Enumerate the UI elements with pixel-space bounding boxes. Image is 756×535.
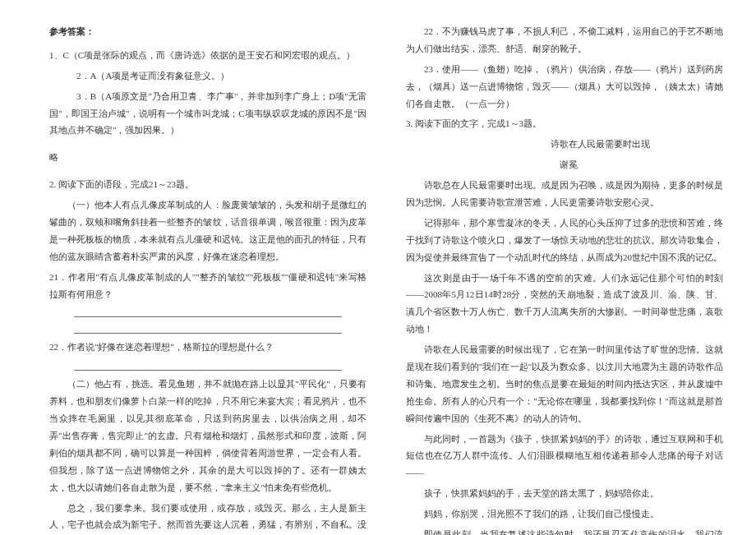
text-para-3: 这次则是由于一场千年不遇的空前的灾难。人们永远记住那个可怕的时刻——2008年5…: [406, 270, 723, 339]
passage-2: （二）他占有，挑选。看见鱼翅，并不就抛在路上以显其"平民化"，只要有养料，也和朋…: [49, 376, 366, 496]
left-column: 参考答案： 1、C（C项是张际的观点，而《唐诗选》依据的是王安石和冈宏瑕的观点。…: [49, 23, 366, 535]
text-para-4: 诗歌在人民最需要的时候出现了，它在第一时间里传达了旷世的悲情。这就是现在我们看到…: [406, 341, 723, 427]
poem-title: 诗歌在人民最需要时出现: [406, 136, 723, 153]
answer-label: 参考答案：: [49, 23, 366, 40]
answer-3: 3．B（A项原文是"乃合用卫青、李广事"，并非加到李广身上；D项"无雷国"，即国…: [49, 88, 366, 140]
blank-line: [74, 359, 342, 371]
answer-23: 23．使用——（鱼翅）吃掉，（鸦片）供治病，存放——（鸦片）送到药房去，（烟具）…: [406, 61, 723, 113]
answer-22: 22．不为赚钱马虎了事，不损人利己，不偷工减料，运用自己的手艺不断地为人们做出结…: [406, 23, 723, 58]
passage-1: （一）他本人有点儿像皮革制成的人：脸庞黄皱皱的，头发和胡子是微红的鬈曲的，双颊和…: [49, 196, 366, 265]
answer-2: 2．A（A项是考证而没有象征意义。）: [49, 67, 366, 85]
text-para-8: 即使是此刻，当我在复述这些诗句时，我还是忍不住哀伤的泪水。我们流泪，是因为这些诗…: [406, 526, 723, 535]
question-21: 21．作者用"有点儿像皮革制成的人""整齐的皱纹""死板板""僵硬和迟钝"来写格…: [49, 269, 366, 303]
blank-line: [74, 322, 342, 334]
text-para-5: 与此同时，一首题为《孩子，快抓紧妈妈的手》的诗歌，通过互联网和手机短信也在亿万人…: [406, 431, 723, 482]
text-para-2: 记得那年，那个寒雪凝冰的冬天，人民的心头压抑了过多的悲愤和苦难，终于找到了诗歌这…: [406, 214, 723, 266]
poem-author: 谢冕: [406, 156, 723, 173]
answer-1: 1、C（C项是张际的观点，而《唐诗选》依据的是王安石和冈宏瑕的观点。）: [49, 47, 366, 64]
question-3: 3. 阅读下面的文字，完成1～3题。: [406, 115, 723, 132]
text-para-1: 诗歌总在人民最需要时出现。或是因为召唤，或是因为期待，更多的时候是因为悲悯。人民…: [406, 177, 723, 211]
text-para-7: 妈妈，你别哭，泪光照不了我们的路，让我们自己慢慢走。: [406, 505, 723, 523]
text-para-6: 孩子，快抓紧妈妈的手，去天堂的路太黑了，妈妈陪你走。: [406, 485, 723, 502]
question-22: 22．作者说"好像在迷恋着理想"，格斯拉的理想是什么？: [49, 339, 366, 356]
document-page: 参考答案： 1、C（C项是张际的观点，而《唐诗选》依据的是王安石和冈宏瑕的观点。…: [0, 0, 756, 535]
blank-line: [74, 306, 342, 317]
lue-text: 略: [49, 149, 366, 166]
passage-3: 总之，我们要拿来。我们要或使用，或存放，或毁灭。那么，主人是新主人，宅子也就会成…: [49, 500, 366, 535]
right-column: 22．不为赚钱马虎了事，不损人利己，不偷工减料，运用自己的手艺不断地为人们做出结…: [406, 23, 723, 535]
question-2: 2. 阅读下面的语段，完成21～23题。: [49, 176, 366, 193]
